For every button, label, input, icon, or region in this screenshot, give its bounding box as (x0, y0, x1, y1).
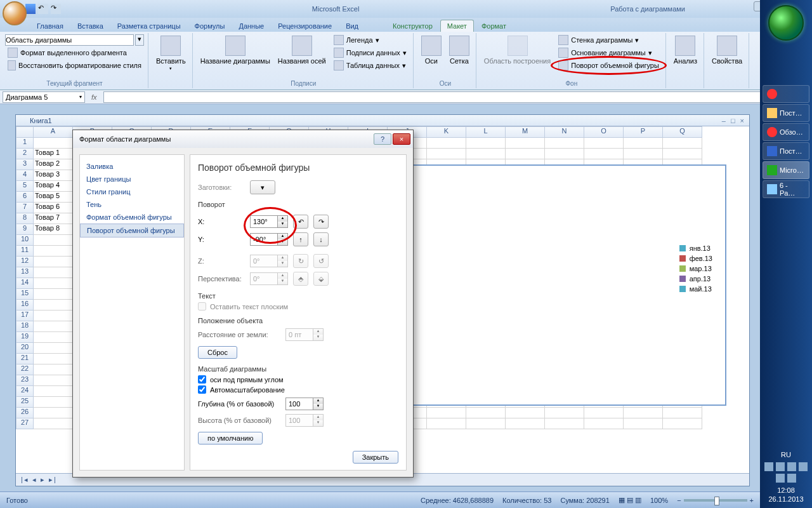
cell[interactable]: Товар 3 (34, 170, 73, 181)
chart-title-button[interactable]: Название диаграммы (198, 34, 273, 66)
row-header[interactable]: 8 (16, 213, 34, 224)
cell[interactable] (466, 408, 506, 418)
cell[interactable] (34, 386, 73, 397)
chart-wall-button[interactable]: Стенка диаграммы ▾ (556, 34, 662, 46)
column-header[interactable]: M (506, 126, 545, 138)
reset-style-button[interactable]: Восстановить форматирование стиля (5, 60, 144, 71)
row-header[interactable]: 26 (16, 408, 34, 418)
clock-date[interactable]: 26.11.2013 (760, 495, 812, 503)
column-header[interactable] (16, 126, 34, 138)
formula-input[interactable] (103, 91, 809, 103)
data-table-button[interactable]: Таблица данных ▾ (331, 60, 409, 71)
dialog-nav-item[interactable]: Заливка (80, 160, 184, 173)
row-header[interactable]: 4 (16, 170, 34, 181)
insert-button[interactable]: Вставить▾ (154, 34, 188, 72)
row-header[interactable]: 3 (16, 159, 34, 170)
tab-layout[interactable]: Макет (440, 20, 474, 32)
plot-area-button[interactable]: Область построения (481, 34, 553, 66)
rotation-y-input[interactable]: ▲▼ (250, 233, 288, 246)
row-header[interactable]: 1 (16, 138, 34, 149)
row-header[interactable]: 7 (16, 203, 34, 213)
analysis-button[interactable]: Анализ (671, 34, 700, 66)
wb-close[interactable]: × (740, 117, 744, 124)
presets-dropdown[interactable]: ▾ (250, 180, 275, 194)
reset-button[interactable]: Сброс (198, 346, 237, 359)
cell[interactable]: Товар 4 (34, 181, 73, 192)
cell[interactable]: Товар 2 (34, 159, 73, 170)
right-angle-checkbox[interactable] (198, 375, 206, 384)
cell[interactable] (663, 138, 702, 149)
row-header[interactable]: 16 (16, 300, 34, 311)
row-header[interactable]: 18 (16, 321, 34, 332)
row-header[interactable]: 12 (16, 257, 34, 267)
row-header[interactable]: 11 (16, 246, 34, 257)
dialog-nav-item[interactable]: Тень (80, 198, 184, 211)
dialog-nav-item[interactable]: Стили границ (80, 185, 184, 198)
cell[interactable] (34, 138, 73, 149)
cell[interactable] (34, 267, 73, 278)
tab-insert[interactable]: Вставка (71, 20, 110, 32)
3d-rotation-button[interactable]: Поворот объемной фигуры (556, 60, 662, 71)
cell[interactable]: Товар 1 (34, 149, 73, 159)
row-header[interactable]: 14 (16, 278, 34, 289)
dialog-nav-item[interactable]: Цвет границы (80, 173, 184, 185)
start-button[interactable] (768, 5, 804, 41)
axis-titles-button[interactable]: Названия осей (275, 34, 329, 66)
cell[interactable]: Товар 7 (34, 213, 73, 224)
dialog-close-button[interactable]: × (393, 133, 410, 145)
cell[interactable] (466, 138, 506, 149)
name-box[interactable]: Диаграмма 5▾ (3, 91, 85, 103)
gridlines-button[interactable]: Сетка (447, 34, 472, 66)
tab-page-layout[interactable]: Разметка страницы (111, 20, 187, 32)
row-header[interactable]: 23 (16, 375, 34, 386)
cell[interactable] (427, 138, 466, 149)
row-header[interactable]: 6 (16, 192, 34, 203)
cell[interactable] (34, 246, 73, 257)
cell[interactable] (624, 418, 663, 429)
chart-floor-button[interactable]: Основание диаграммы ▾ (556, 47, 662, 58)
row-header[interactable]: 9 (16, 224, 34, 235)
rotate-y-up-button[interactable]: ↑ (293, 232, 308, 246)
taskbar-item[interactable]: Micro… (763, 161, 809, 179)
row-header[interactable]: 24 (16, 386, 34, 397)
taskbar-item[interactable]: Обзо… (763, 123, 809, 141)
cell[interactable] (466, 149, 506, 159)
format-selection-button[interactable]: Формат выделенного фрагмента (5, 47, 144, 58)
cell[interactable] (34, 235, 73, 246)
tray-icons[interactable] (760, 460, 812, 485)
taskbar-item[interactable] (763, 85, 809, 103)
axes-button[interactable]: Оси (419, 34, 444, 66)
row-header[interactable]: 13 (16, 267, 34, 278)
cell[interactable] (34, 418, 73, 429)
view-buttons[interactable]: ▦ ▤ ▥ (619, 496, 641, 504)
rotate-x-right-button[interactable]: ↷ (313, 215, 329, 229)
rotation-x-input[interactable]: ▲▼ (250, 215, 288, 228)
dialog-help-button[interactable]: ? (374, 133, 391, 145)
cell[interactable] (34, 289, 73, 300)
cell[interactable] (427, 418, 466, 429)
column-header[interactable]: K (427, 126, 466, 138)
cell[interactable]: Товар 5 (34, 192, 73, 203)
cell[interactable] (584, 408, 624, 418)
cell[interactable]: Товар 8 (34, 224, 73, 235)
tab-format[interactable]: Формат (475, 20, 513, 32)
zoom-level[interactable]: 100% (650, 497, 668, 504)
save-icon[interactable] (25, 4, 36, 14)
tab-data[interactable]: Данные (232, 20, 270, 32)
cell[interactable] (506, 149, 545, 159)
cell[interactable] (466, 418, 506, 429)
row-header[interactable]: 15 (16, 289, 34, 300)
wb-maximize[interactable]: □ (731, 117, 735, 124)
row-header[interactable]: 27 (16, 418, 34, 429)
row-header[interactable]: 10 (16, 235, 34, 246)
column-header[interactable]: N (545, 126, 584, 138)
cell[interactable] (624, 138, 663, 149)
rotate-x-left-button[interactable]: ↶ (293, 215, 308, 229)
column-header[interactable]: O (584, 126, 624, 138)
cell[interactable] (663, 418, 702, 429)
cell[interactable] (506, 138, 545, 149)
row-header[interactable]: 20 (16, 343, 34, 354)
office-button[interactable] (3, 1, 27, 25)
dialog-title-bar[interactable]: Формат области диаграммы ? × (73, 130, 413, 148)
zoom-slider[interactable]: −+ (677, 497, 754, 504)
